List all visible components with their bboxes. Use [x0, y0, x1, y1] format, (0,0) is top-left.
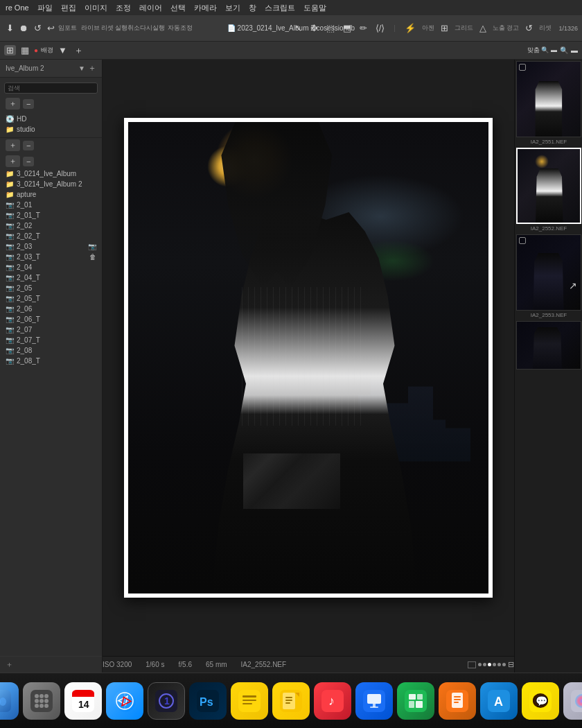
folder-minus-btn[interactable]: − — [23, 141, 34, 150]
album-item-icon-12: 📷 — [6, 295, 14, 302]
dock-item-photoshop[interactable]: Ps — [189, 682, 227, 720]
filmstrip-expand-icon[interactable]: ⊟ — [508, 660, 514, 669]
thumb-small-icon — [468, 661, 476, 668]
live-btn[interactable]: ⏺ — [17, 23, 30, 33]
sidebar-item-4[interactable]: 📷 2_01_T — [0, 210, 102, 220]
sidebar-item-7[interactable]: 📷 2_03 📷 — [0, 241, 102, 252]
tool5-btn[interactable]: ✏ — [358, 23, 369, 33]
photo-viewer[interactable] — [103, 60, 514, 656]
menu-item-file[interactable]: 파일 — [37, 3, 53, 13]
menu-item-script[interactable]: 스크립트 — [265, 3, 295, 13]
undo-btn[interactable]: ↩ — [45, 23, 57, 33]
exposure-btn[interactable]: △ — [477, 23, 488, 33]
dock-item-notes[interactable] — [231, 682, 268, 720]
folder-add-btn[interactable]: ＋ — [6, 139, 20, 151]
menu-item-help[interactable]: 도움말 — [303, 3, 326, 13]
menu-item-adjust[interactable]: 조정 — [116, 3, 131, 13]
sidebar-item-5[interactable]: 📷 2_02 — [0, 220, 102, 231]
add-album-btn[interactable]: ＋ — [88, 62, 96, 74]
dock-item-numbers[interactable] — [397, 682, 434, 720]
folder-add2-btn[interactable]: ＋ — [6, 155, 20, 167]
sidebar-minus-btn[interactable]: − — [23, 99, 34, 109]
dock-item-keynote[interactable] — [355, 682, 393, 720]
sidebar-item-1[interactable]: 📁 3_0214_Ive_Album 2 — [0, 179, 102, 189]
album-item-icon-14: 📷 — [6, 315, 14, 323]
sidebar-search-container — [0, 78, 102, 96]
sidebar-item-6[interactable]: 📷 2_02_T — [0, 231, 102, 241]
menu-item-camera[interactable]: 카메라 — [194, 3, 217, 13]
dock-item-music[interactable]: ♪ — [314, 682, 351, 720]
main-layout: Ive_Album 2 ▼ ＋ ＋ − 💽 HD — [0, 60, 582, 673]
album-item-icon-18: 📷 — [6, 357, 14, 365]
menu-item-appname[interactable]: re One — [6, 3, 29, 12]
svg-rect-16 — [72, 693, 94, 697]
thumb-checkbox-1[interactable] — [519, 64, 526, 71]
reset2-btn[interactable]: ↺ — [523, 23, 535, 33]
sidebar-item-8[interactable]: 📷 2_03_T 🗑 — [0, 252, 102, 262]
dock-item-pages[interactable] — [439, 682, 476, 720]
dock-item-stickies[interactable] — [272, 682, 310, 720]
menu-item-view[interactable]: 보기 — [225, 3, 240, 13]
toolbar-auto-label: 실행취소다시실행 — [115, 24, 165, 33]
layout-menu-btn[interactable]: ▼ — [56, 45, 69, 55]
svg-rect-36 — [285, 700, 292, 701]
sidebar-item-10[interactable]: 📷 2_04_T — [0, 272, 102, 283]
dock-item-safari[interactable] — [106, 682, 143, 720]
dock-item-appstore[interactable]: A — [480, 682, 518, 720]
dock-item-calendar[interactable]: 14 — [64, 682, 102, 720]
album-expand-btn[interactable]: ▼ — [78, 64, 85, 72]
thumb-item-3[interactable]: ↗ IA2_2553.NEF — [516, 234, 581, 320]
thumb-item-1[interactable]: IA2_2551.NEF — [516, 61, 581, 146]
sidebar-item-nhd[interactable]: 💽 HD — [0, 114, 102, 124]
thumb-item-2[interactable]: IA2_2552.NEF — [516, 148, 581, 233]
grid-btn[interactable]: ⊞ — [439, 23, 450, 33]
menu-item-select[interactable]: 선택 — [170, 3, 186, 13]
sidebar-item-15[interactable]: 📷 2_07 — [0, 324, 102, 335]
album-item-icon-9: 📷 — [6, 263, 14, 271]
sidebar-search-input[interactable] — [4, 83, 98, 94]
menu-item-edit[interactable]: 편집 — [61, 3, 76, 13]
dock-item-launchpad[interactable] — [23, 682, 60, 720]
dock-item-siri[interactable] — [563, 682, 582, 720]
sidebar-item-9[interactable]: 📷 2_04 — [0, 262, 102, 272]
exposure-label: 노출 경고 — [493, 24, 520, 33]
folder-minus2-btn[interactable]: − — [23, 157, 34, 166]
sidebar-item-3[interactable]: 📷 2_01 — [0, 200, 102, 210]
svg-rect-37 — [285, 702, 290, 704]
dock-item-1password[interactable]: 1 — [148, 682, 185, 720]
import-btn[interactable]: ⬇ — [4, 23, 16, 33]
sidebar-item-studio[interactable]: 📁 studio — [0, 124, 102, 135]
thumb-item-4[interactable] — [516, 321, 581, 370]
svg-text:💬: 💬 — [536, 695, 548, 707]
thumb-label-3: IA2_2553.NEF — [516, 311, 581, 320]
sidebar-item-2[interactable]: 📁 apture — [0, 189, 102, 200]
reset2-label: 리셋 — [539, 24, 552, 33]
menu-item-window[interactable]: 창 — [249, 3, 256, 13]
sidebar-item-17[interactable]: 📷 2_08 — [0, 345, 102, 356]
grid-label: 그리드 — [455, 24, 473, 33]
menu-item-layer[interactable]: 레이어 — [139, 3, 162, 13]
menu-item-image[interactable]: 이미지 — [85, 3, 107, 13]
svg-point-8 — [35, 699, 39, 703]
toolbar-tools: ⬇ ⏺ ↺ ↩ 임포트 라이브 리셋 실행취소다시실행 자동조정 — [4, 23, 193, 33]
list-view-btn[interactable]: ▦ — [19, 45, 31, 55]
grid-view-btn[interactable]: ⊞ — [4, 45, 16, 55]
sidebar-add-folder[interactable]: ＋ — [0, 656, 102, 673]
svg-rect-44 — [370, 707, 378, 708]
album-item-icon-5: 📷 — [6, 222, 14, 229]
reset-btn[interactable]: ↺ — [32, 23, 44, 33]
dock-item-kakao[interactable]: 💬 — [522, 682, 559, 720]
sidebar-item-13[interactable]: 📷 2_06 — [0, 304, 102, 314]
dock-item-finder[interactable]: :) — [0, 682, 19, 720]
add-btn[interactable]: ＋ — [72, 45, 85, 55]
sidebar-item-18[interactable]: 📷 2_08_T — [0, 356, 102, 366]
action-btn[interactable]: ⚡ — [403, 23, 418, 33]
sidebar-item-0[interactable]: 📁 3_0214_Ive_Album — [0, 168, 102, 179]
thumb-checkbox-3[interactable] — [519, 237, 526, 244]
sidebar-item-16[interactable]: 📷 2_07_T — [0, 335, 102, 345]
tool6-btn[interactable]: ⟨/⟩ — [373, 23, 387, 33]
sidebar-item-14[interactable]: 📷 2_06_T — [0, 314, 102, 324]
sidebar-item-12[interactable]: 📷 2_05_T — [0, 293, 102, 304]
sidebar-add-btn[interactable]: ＋ — [6, 98, 20, 110]
sidebar-item-11[interactable]: 📷 2_05 — [0, 283, 102, 293]
